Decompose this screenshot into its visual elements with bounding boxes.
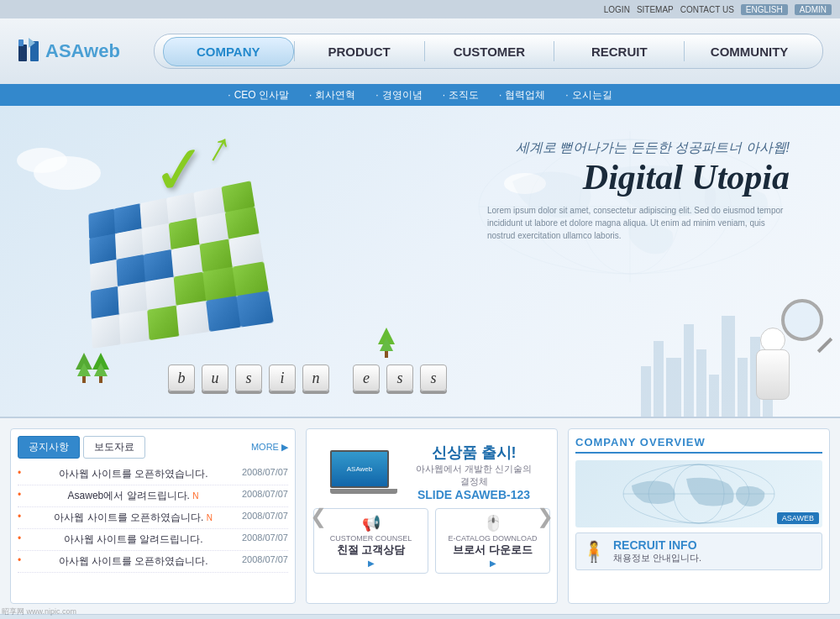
nav-item-customer[interactable]: CUSTOMER <box>425 38 554 66</box>
laptop-base <box>330 489 397 494</box>
hero-subtitle: 세계로 뻗어나가는 든든한 성공파트너 아사웹! <box>487 139 790 157</box>
news-text: Asaweb에서 알려드립니다. N <box>68 489 199 503</box>
recruit-desc: 채용정보 안내입니다. <box>613 552 701 564</box>
logo-dark-part: web <box>84 40 120 61</box>
nav-item-community[interactable]: COMMUNITY <box>685 38 814 66</box>
prev-button[interactable]: ❮ <box>310 505 327 528</box>
key-i: i <box>269 365 296 391</box>
logo-icon <box>17 38 40 65</box>
recruit-title: RECRUIT INFO <box>613 538 701 552</box>
featured-text: 신상품 출시! 아사웹에서 개발한 신기술의 결정체 SLIDE ASAWEB-… <box>414 443 533 501</box>
next-button[interactable]: ❯ <box>537 505 554 528</box>
more-link[interactable]: MORE ▶ <box>251 442 288 453</box>
tree-trunk <box>99 376 102 383</box>
subnav-org[interactable]: 조직도 <box>433 88 489 102</box>
contact-link[interactable]: CONTACT US <box>680 5 734 14</box>
tab-notice[interactable]: 공지사항 <box>18 436 80 459</box>
news-tabs: 공지사항 보도자료 MORE ▶ <box>18 436 288 459</box>
block <box>92 314 121 349</box>
subnav-history[interactable]: 회사연혁 <box>299 88 365 102</box>
sub-navigation: CEO 인사말 회사연혁 경영이념 조직도 협력업체 오시는길 <box>0 84 840 106</box>
news-text: 아사웹 사이트를 오픈하였습니다. <box>59 554 208 569</box>
tree-1 <box>76 353 92 383</box>
tree-mid <box>77 363 91 376</box>
featured-title: 신상품 출시! <box>414 443 533 463</box>
block <box>119 310 150 344</box>
subnav-ceo[interactable]: CEO 인사말 <box>218 88 299 102</box>
checkmark-icon: ✓ <box>148 129 211 211</box>
news-item[interactable]: Asaweb에서 알려드립니다. N 2008/07/07 <box>18 485 288 507</box>
tab-press[interactable]: 보도자료 <box>83 436 145 459</box>
block <box>206 296 242 332</box>
block <box>147 305 180 340</box>
top-bar: LOGIN SITEMAP CONTACT US ENGLISH ADMIN <box>0 0 840 18</box>
recruit-info[interactable]: 🧍 RECRUIT INFO 채용정보 안내입니다. <box>575 532 822 570</box>
tree-mid <box>94 363 108 376</box>
tree-2 <box>92 353 109 383</box>
customer-counsel-link[interactable]: 📢 CUSTOMER COUNSEL 친절 고객상담 ▶ <box>313 508 428 574</box>
logo-blue-part: ASA <box>45 40 84 61</box>
laptop-image: ASAweb <box>330 450 406 494</box>
featured-product: SLIDE ASAWEB-123 <box>414 488 533 501</box>
key-s3: s <box>420 365 447 391</box>
tree-trunk <box>82 376 86 383</box>
news-item[interactable]: 아사웹 사이트를 알려드립니다. 2008/07/07 <box>18 529 288 551</box>
news-text: 아사웹 사이트를 오픈하였습니다. <box>59 467 208 481</box>
header: ASAweb COMPANY PRODUCT CUSTOMER RECRUIT … <box>0 18 840 84</box>
recruit-text-area: RECRUIT INFO 채용정보 안내입니다. <box>613 538 701 564</box>
key-n: n <box>302 365 329 391</box>
laptop-screen: ASAweb <box>330 450 389 488</box>
login-link[interactable]: LOGIN <box>604 5 630 14</box>
svg-rect-2 <box>18 39 24 46</box>
asaweb-badge: ASAWEB <box>777 512 819 524</box>
featured-subtitle: 아사웹에서 개발한 신기술의 결정체 <box>414 463 533 488</box>
nav-item-recruit[interactable]: RECRUIT <box>554 38 684 66</box>
sitemap-link[interactable]: SITEMAP <box>637 5 674 14</box>
news-list: 아사웹 사이트를 오픈하였습니다. 2008/07/07 Asaweb에서 알려… <box>18 464 288 573</box>
logo[interactable]: ASAweb <box>17 38 120 65</box>
language-button[interactable]: ENGLISH <box>741 4 788 15</box>
featured-links: 📢 CUSTOMER COUNSEL 친절 고객상담 ▶ 🖱️ E-CATALO… <box>313 508 550 574</box>
figure-body <box>756 349 790 400</box>
news-item[interactable]: 아사웹 사이트를 오픈하였습니다. N 2008/07/07 <box>18 507 288 529</box>
key-s2: s <box>386 365 413 391</box>
news-date: 2008/07/07 <box>242 511 288 525</box>
news-date: 2008/07/07 <box>242 554 288 569</box>
building <box>722 316 735 417</box>
tree-3 <box>378 328 395 358</box>
keyboard-letters: b u s i n e s s <box>168 365 447 391</box>
link-label-small: E-CATALOG DOWNLOAD <box>441 534 544 543</box>
nav-item-product[interactable]: PRODUCT <box>295 38 424 66</box>
subnav-management[interactable]: 경영이념 <box>365 88 432 102</box>
arrow-icon: ▶ <box>490 559 496 568</box>
subnav-directions[interactable]: 오시는길 <box>555 88 622 102</box>
nav-item-company[interactable]: COMPANY <box>163 37 294 66</box>
key-b: b <box>168 365 195 391</box>
building <box>696 349 706 417</box>
recruit-figure-icon: 🧍 <box>581 540 606 564</box>
building <box>709 375 719 417</box>
key-s: s <box>235 365 262 391</box>
block <box>176 301 211 336</box>
link-label: 브로서 다운로드 <box>441 543 544 558</box>
building <box>684 324 694 417</box>
overview-panel: COMPANY OVERVIEW ASAWEB 🧍 RECRUIT INFO 채… <box>568 428 830 604</box>
mouse-icon: 🖱️ <box>441 514 544 532</box>
hero-text-area: 세계로 뻗어나가는 든든한 성공파트너 아사웹! Digital Utopia … <box>487 139 790 242</box>
key-u: u <box>202 365 228 391</box>
news-item[interactable]: 아사웹 사이트를 오픈하였습니다. 2008/07/07 <box>18 551 288 573</box>
footer: 회사소개 | 개인정보보호정책 | 이메일무단수거거부 | 사이트맵 | 오시는… <box>0 614 840 619</box>
news-date: 2008/07/07 <box>242 489 288 503</box>
catalog-download-link[interactable]: 🖱️ E-CATALOG DOWNLOAD 브로서 다운로드 ▶ <box>435 508 550 574</box>
building <box>666 358 681 417</box>
news-text: 아사웹 사이트를 오픈하였습니다. N <box>54 511 213 525</box>
admin-button[interactable]: ADMIN <box>795 4 832 15</box>
overview-map: ASAWEB <box>575 460 822 527</box>
key-e: e <box>353 365 380 391</box>
subnav-partners[interactable]: 협력업체 <box>489 88 555 102</box>
news-item[interactable]: 아사웹 사이트를 오픈하였습니다. 2008/07/07 <box>18 464 288 485</box>
featured-panel: ❮ ❯ ASAweb 신상품 출시! 아사웹에서 개발한 신기술의 결정체 SL… <box>306 428 558 604</box>
tree-trunk <box>385 351 388 358</box>
logo-text: ASAweb <box>45 40 120 62</box>
hero-title: Digital Utopia <box>487 157 790 197</box>
